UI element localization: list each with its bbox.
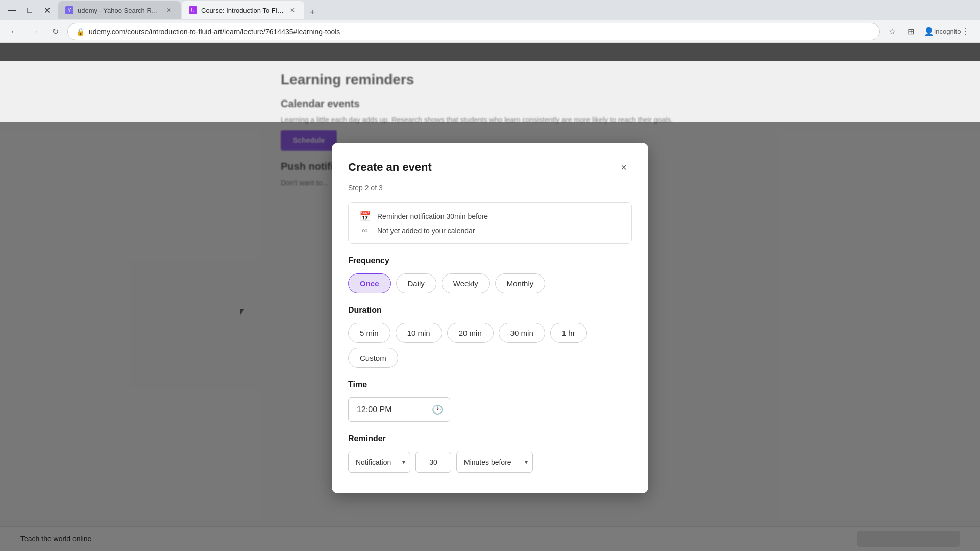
star-icon: ☆ <box>889 27 896 36</box>
info-row-calendar: ∞ Not yet added to your calendar <box>359 226 621 235</box>
modal-title: Create an event <box>348 161 432 174</box>
title-bar: — □ ✕ Y udemy - Yahoo Search Results ✕ U… <box>0 0 980 20</box>
info-box: 📅 Reminder notification 30min before ∞ N… <box>348 202 632 244</box>
tab-favicon-yahoo: Y <box>65 6 74 14</box>
reminder-number-input[interactable] <box>415 452 451 473</box>
refresh-icon: ↻ <box>52 27 59 36</box>
frequency-label: Frequency <box>348 256 632 265</box>
info-row-reminder: 📅 Reminder notification 30min before <box>359 211 621 222</box>
forward-icon: → <box>31 27 39 36</box>
calendar-info-text: Not yet added to your calendar <box>377 227 475 235</box>
address-text: udemy.com/course/introduction-to-fluid-a… <box>89 28 340 36</box>
nav-bar: ← → ↻ 🔒 udemy.com/course/introduction-to… <box>0 20 980 43</box>
frequency-section: Frequency Once Daily Weekly Monthly <box>348 256 632 293</box>
new-tab-button[interactable]: + <box>305 5 320 19</box>
frequency-monthly-button[interactable]: Monthly <box>495 273 546 293</box>
notification-type-select[interactable]: Notification Email <box>348 452 410 473</box>
tab-udemy[interactable]: U Course: Introduction To Fluid A... ✕ <box>182 1 304 19</box>
step-indicator: Step 2 of 3 <box>348 184 632 192</box>
reminder-section: Reminder Notification Email ▾ <box>348 434 632 473</box>
back-icon: ← <box>10 27 18 36</box>
extensions-button[interactable]: ⊞ <box>902 23 919 40</box>
close-window-button[interactable]: ✕ <box>40 3 54 17</box>
modal-overlay: Create an event × Step 2 of 3 📅 Reminder… <box>0 122 980 551</box>
bookmark-button[interactable]: ☆ <box>884 23 900 40</box>
profile-icon: 👤 <box>924 27 934 36</box>
calendar-section-heading: Calendar events <box>281 98 699 110</box>
duration-section: Duration 5 min 10 min 20 min 30 min 1 hr… <box>348 306 632 368</box>
time-section: Time 🕐 <box>348 380 632 434</box>
duration-10min-button[interactable]: 10 min <box>396 323 442 343</box>
incognito-icon: Incognito <box>934 28 961 35</box>
menu-button[interactable]: ⋮ <box>958 23 974 40</box>
create-event-modal: Create an event × Step 2 of 3 📅 Reminder… <box>332 143 648 493</box>
reminder-info-text: Reminder notification 30min before <box>377 212 488 220</box>
browser-chrome: — □ ✕ Y udemy - Yahoo Search Results ✕ U… <box>0 0 980 43</box>
duration-label: Duration <box>348 306 632 315</box>
tab-title-yahoo: udemy - Yahoo Search Results <box>78 7 160 14</box>
tab-title-udemy: Course: Introduction To Fluid A... <box>201 7 284 14</box>
page-background: Learning reminders Calendar events Learn… <box>0 61 980 551</box>
frequency-weekly-button[interactable]: Weekly <box>442 273 490 293</box>
reminder-label: Reminder <box>348 434 632 443</box>
time-input-wrapper: 🕐 <box>348 397 450 422</box>
tab-close-udemy[interactable]: ✕ <box>288 6 297 15</box>
modal-header: Create an event × <box>348 159 632 176</box>
clock-icon: 🕐 <box>432 404 443 415</box>
reminder-timing-select[interactable]: Minutes before Hours before Days before <box>456 452 533 473</box>
frequency-daily-button[interactable]: Daily <box>396 273 436 293</box>
timing-select-wrapper: Minutes before Hours before Days before … <box>456 452 533 473</box>
duration-5min-button[interactable]: 5 min <box>348 323 390 343</box>
duration-20min-button[interactable]: 20 min <box>447 323 494 343</box>
tab-close-yahoo[interactable]: ✕ <box>164 6 174 15</box>
notification-select-wrapper: Notification Email ▾ <box>348 452 410 473</box>
frequency-once-button[interactable]: Once <box>348 273 391 293</box>
forward-button[interactable]: → <box>27 23 43 40</box>
duration-custom-button[interactable]: Custom <box>348 348 398 368</box>
duration-30min-button[interactable]: 30 min <box>499 323 545 343</box>
incognito-button[interactable]: Incognito <box>939 23 955 40</box>
reminder-row: Notification Email ▾ Minutes before Hour… <box>348 452 632 473</box>
window-controls: — □ ✕ <box>5 3 54 17</box>
modal-close-button[interactable]: × <box>616 159 632 176</box>
minimize-button[interactable]: — <box>5 3 19 17</box>
duration-1hr-button[interactable]: 1 hr <box>550 323 587 343</box>
loop-icon: ∞ <box>359 226 371 235</box>
refresh-button[interactable]: ↻ <box>47 23 63 40</box>
calendar-icon: 📅 <box>359 211 371 222</box>
lock-icon: 🔒 <box>76 28 85 36</box>
menu-icon: ⋮ <box>962 27 970 36</box>
extensions-icon: ⊞ <box>908 27 914 36</box>
back-button[interactable]: ← <box>6 23 22 40</box>
nav-right-icons: ☆ ⊞ 👤 Incognito ⋮ <box>884 23 974 40</box>
time-label: Time <box>348 380 632 389</box>
frequency-pill-group: Once Daily Weekly Monthly <box>348 273 632 293</box>
duration-pill-group: 5 min 10 min 20 min 30 min 1 hr Custom <box>348 323 632 368</box>
maximize-button[interactable]: □ <box>22 3 37 17</box>
page-heading: Learning reminders <box>281 71 699 88</box>
tab-yahoo[interactable]: Y udemy - Yahoo Search Results ✕ <box>58 1 181 19</box>
tab-favicon-udemy: U <box>189 6 197 14</box>
address-bar[interactable]: 🔒 udemy.com/course/introduction-to-fluid… <box>67 23 880 40</box>
